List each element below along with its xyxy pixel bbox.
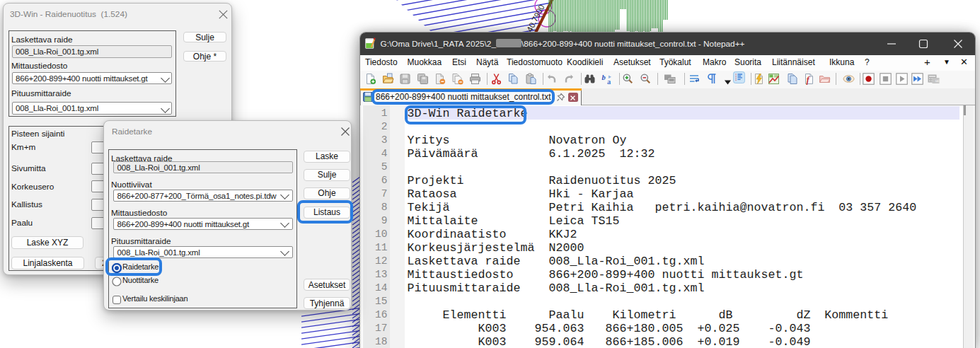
svg-text:uc: uc — [935, 79, 940, 83]
svg-text:a: a — [607, 78, 611, 86]
svg-text:b: b — [602, 74, 606, 81]
